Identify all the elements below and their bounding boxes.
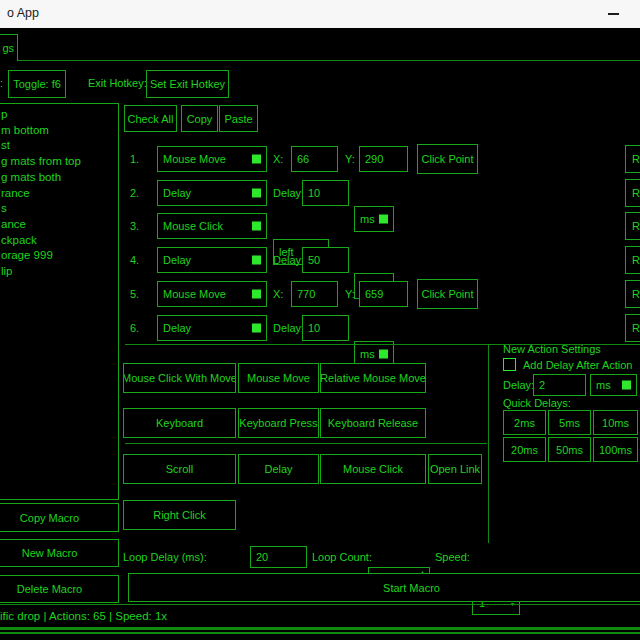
delete-macro-button[interactable]: Delete Macro bbox=[0, 575, 119, 603]
dropdown-arrow-icon bbox=[252, 256, 261, 265]
add-delay-checkbox-label: Add Delay After Action bbox=[523, 359, 632, 371]
action-type-value: Mouse Move bbox=[163, 153, 226, 165]
window-title: o App bbox=[7, 6, 39, 20]
dropdown-arrow-icon bbox=[379, 350, 388, 359]
minimize-button[interactable] bbox=[596, 0, 630, 28]
action-number: 2. bbox=[130, 180, 139, 206]
dropdown-arrow-icon bbox=[252, 155, 261, 164]
set-exit-hotkey-button[interactable]: Set Exit Hotkey bbox=[146, 70, 229, 98]
nas-delay-unit-dropdown[interactable]: ms bbox=[590, 374, 637, 396]
status-bar-text: ific drop | Actions: 65 | Speed: 1x bbox=[0, 610, 167, 622]
delay-label: Delay: bbox=[273, 315, 304, 341]
action-type-value: Delay bbox=[163, 322, 191, 334]
action-number: 5. bbox=[130, 281, 139, 307]
remove-button[interactable]: R bbox=[625, 179, 640, 207]
remove-button[interactable]: R bbox=[625, 212, 640, 240]
keyboard-release-button[interactable]: Keyboard Release bbox=[320, 408, 426, 438]
action-type-dropdown[interactable]: Mouse Click bbox=[157, 213, 267, 239]
dropdown-arrow-icon bbox=[252, 324, 261, 333]
relative-mouse-move-button[interactable]: Relative Mouse Move bbox=[320, 363, 426, 393]
remove-button[interactable]: R bbox=[625, 145, 640, 173]
action-row: 6. Delay Delay: 10 ms R bbox=[0, 315, 640, 341]
x-label: X: bbox=[273, 146, 283, 172]
macro-list-item[interactable]: p bbox=[1, 107, 118, 123]
delay-unit-value: ms bbox=[360, 348, 375, 360]
remove-button[interactable]: R bbox=[625, 280, 640, 308]
dropdown-arrow-icon bbox=[252, 222, 261, 231]
keyboard-press-button[interactable]: Keyboard Press bbox=[238, 408, 319, 438]
y-label: Y: bbox=[345, 146, 355, 172]
action-row: 5. Mouse Move X: 770 Y: 659 Click Point … bbox=[0, 281, 640, 307]
add-delay-checkbox[interactable] bbox=[503, 358, 516, 371]
tab-settings[interactable]: gs bbox=[0, 34, 18, 61]
tab-label: gs bbox=[2, 42, 14, 54]
check-all-button[interactable]: Check All bbox=[124, 105, 177, 132]
action-type-dropdown[interactable]: Delay bbox=[157, 247, 267, 273]
new-action-settings-title: New Action Settings bbox=[503, 343, 601, 355]
title-bar: o App bbox=[0, 0, 640, 28]
loop-count-label: Loop Count: bbox=[312, 551, 372, 563]
nas-delay-input[interactable]: 2 bbox=[533, 374, 586, 396]
action-type-value: Mouse Click bbox=[163, 220, 223, 232]
delay-input[interactable]: 10 bbox=[302, 180, 349, 206]
copy-button[interactable]: Copy bbox=[181, 105, 218, 132]
delay-button[interactable]: Delay bbox=[238, 454, 319, 484]
nas-delay-label: Delay: bbox=[503, 379, 534, 391]
action-number: 1. bbox=[130, 146, 139, 172]
action-row: 3. Mouse Click left R bbox=[0, 213, 640, 239]
action-type-value: Mouse Move bbox=[163, 288, 226, 300]
paste-button[interactable]: Paste bbox=[219, 105, 258, 132]
y-input[interactable]: 659 bbox=[359, 281, 408, 307]
quick-delay-10ms-button[interactable]: 10ms bbox=[593, 410, 638, 435]
quick-delay-100ms-button[interactable]: 100ms bbox=[593, 437, 638, 462]
mouse-click-with-move-button[interactable]: Mouse Click With Move bbox=[123, 363, 236, 393]
open-link-button[interactable]: Open Link bbox=[428, 454, 482, 484]
exit-hotkey-label: Exit Hotkey: bbox=[88, 77, 147, 89]
minimize-icon bbox=[608, 13, 619, 15]
action-number: 4. bbox=[130, 247, 139, 273]
action-row: 1. Mouse Move X: 66 Y: 290 Click Point R bbox=[0, 146, 640, 172]
toggle-hotkey-button[interactable]: Toggle: f6 bbox=[8, 70, 66, 98]
action-type-dropdown[interactable]: Delay bbox=[157, 315, 267, 341]
action-type-dropdown[interactable]: Delay bbox=[157, 180, 267, 206]
speed-label: Speed: bbox=[435, 551, 470, 563]
macro-list-item[interactable]: m bottom bbox=[1, 123, 118, 139]
x-input[interactable]: 66 bbox=[291, 146, 338, 172]
start-macro-button[interactable]: Start Macro bbox=[128, 573, 640, 602]
action-type-dropdown[interactable]: Mouse Move bbox=[157, 281, 267, 307]
remove-button[interactable]: R bbox=[625, 246, 640, 274]
x-input[interactable]: 770 bbox=[291, 281, 338, 307]
delay-input[interactable]: 10 bbox=[302, 315, 349, 341]
click-point-button[interactable]: Click Point bbox=[417, 279, 478, 309]
action-row: 2. Delay Delay: 10 ms R bbox=[0, 180, 640, 206]
app-window: o App gs : Toggle: f6 Exit Hotkey: Set E… bbox=[0, 0, 640, 640]
delay-label: Delay: bbox=[273, 180, 304, 206]
quick-delay-50ms-button[interactable]: 50ms bbox=[548, 437, 591, 462]
y-input[interactable]: 290 bbox=[359, 146, 408, 172]
copy-macro-button[interactable]: Copy Macro bbox=[0, 503, 119, 532]
keyboard-button[interactable]: Keyboard bbox=[123, 408, 236, 438]
right-click-button[interactable]: Right Click bbox=[123, 500, 236, 530]
delay-input[interactable]: 50 bbox=[302, 247, 349, 273]
settings-panel-divider bbox=[488, 345, 489, 543]
quick-delay-20ms-button[interactable]: 20ms bbox=[503, 437, 546, 462]
mouse-click-button[interactable]: Mouse Click bbox=[320, 454, 426, 484]
mouse-move-button[interactable]: Mouse Move bbox=[238, 363, 319, 393]
quick-delays-label: Quick Delays: bbox=[503, 397, 571, 409]
quick-delay-2ms-button[interactable]: 2ms bbox=[503, 410, 546, 435]
remove-button[interactable]: R bbox=[625, 314, 640, 342]
new-macro-button[interactable]: New Macro bbox=[0, 539, 119, 567]
dropdown-arrow-icon bbox=[252, 189, 261, 198]
status-bar-border bbox=[0, 604, 640, 605]
loop-delay-input[interactable]: 20 bbox=[250, 546, 307, 568]
action-type-value: Delay bbox=[163, 187, 191, 199]
window-bottom-border bbox=[0, 627, 640, 630]
action-type-value: Delay bbox=[163, 254, 191, 266]
quick-delay-5ms-button[interactable]: 5ms bbox=[548, 410, 591, 435]
click-point-button[interactable]: Click Point bbox=[417, 144, 478, 174]
toggle-hotkey-label: : bbox=[0, 77, 3, 89]
scroll-button[interactable]: Scroll bbox=[123, 454, 236, 484]
buttons-panel-divider bbox=[125, 443, 487, 444]
action-type-dropdown[interactable]: Mouse Move bbox=[157, 146, 267, 172]
dropdown-arrow-icon bbox=[252, 290, 261, 299]
